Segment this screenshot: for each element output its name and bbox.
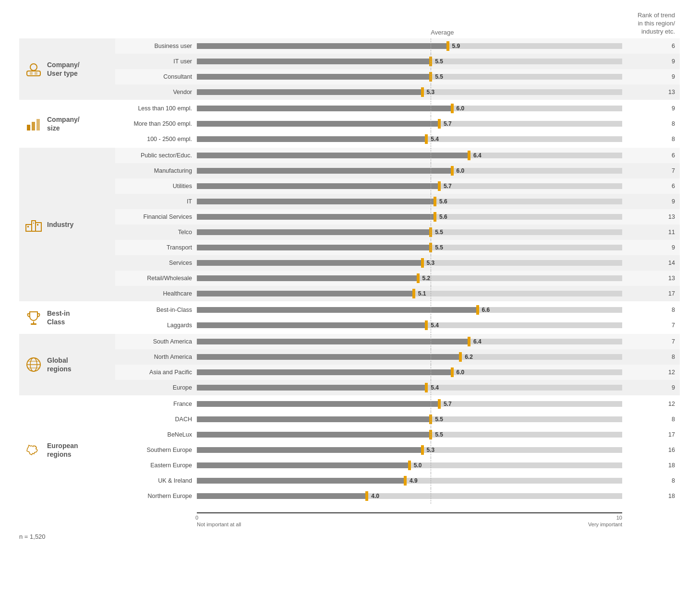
bar-area: 6.4 — [197, 148, 622, 163]
bar-value-marker — [451, 104, 454, 113]
avg-line — [431, 334, 431, 349]
row-label: Vendor — [115, 89, 197, 95]
bar-area: 5.7 — [197, 396, 622, 412]
row-label: Less than 100 empl. — [115, 105, 197, 112]
svg-rect-14 — [31, 323, 36, 325]
table-row: Best-in-Class6.68 — [115, 302, 680, 318]
row-label: DACH — [115, 416, 197, 423]
table-row: North America6.28 — [115, 349, 680, 365]
bar-area: 5.5 — [197, 69, 622, 84]
svg-rect-3 — [35, 72, 37, 75]
bar-area: 5.5 — [197, 54, 622, 69]
bar-value-label: 4.9 — [410, 477, 418, 484]
bar-area: 4.9 — [197, 473, 622, 488]
axis-not-important-label: Not important at all — [197, 521, 241, 527]
bar-area: 5.0 — [197, 458, 622, 473]
section-icon-label-best-in-class: Best-in Class — [19, 302, 115, 333]
avg-line — [431, 442, 431, 458]
table-row: Business user5.96 — [115, 38, 680, 54]
avg-line — [431, 412, 431, 427]
bar-area: 5.3 — [197, 84, 622, 100]
bar-fill-gray — [197, 369, 452, 375]
rows-container-company-size: Less than 100 empl.6.09More than 2500 em… — [115, 101, 680, 147]
rank-value: 6 — [622, 183, 680, 190]
rank-value: 7 — [622, 338, 680, 345]
table-row: Utilities5.76 — [115, 178, 680, 194]
bar-fill-gray — [197, 416, 431, 422]
bar-area: 5.3 — [197, 255, 622, 271]
table-row: Financial Services5.613 — [115, 209, 680, 225]
row-label: More than 2500 empl. — [115, 120, 197, 127]
bar-area: 5.2 — [197, 271, 622, 286]
bar-fill-gray — [197, 59, 431, 64]
bar-value-label: 6.0 — [456, 167, 464, 174]
bar-fill-gray — [197, 121, 439, 127]
bar-fill-gray — [197, 322, 426, 328]
bar-area: 5.5 — [197, 225, 622, 240]
row-label: IT — [115, 198, 197, 205]
bar-area: 6.0 — [197, 163, 622, 178]
table-row: Retail/Wholesale5.213 — [115, 271, 680, 286]
bar-area: 6.0 — [197, 365, 622, 380]
bar-value-label: 5.5 — [435, 416, 443, 423]
table-row: Public sector/Educ.6.46 — [115, 148, 680, 163]
bar-area: 5.4 — [197, 318, 622, 333]
row-label: Asia and Pacific — [115, 369, 197, 376]
bar-value-marker — [365, 491, 368, 501]
bar-value-label: 5.4 — [431, 136, 439, 142]
bar-fill-gray — [197, 354, 460, 360]
bar-fill-gray — [197, 229, 431, 235]
bar-area: 5.6 — [197, 194, 622, 209]
bar-value-label: 6.4 — [473, 152, 482, 159]
rank-value: 12 — [622, 369, 680, 376]
bar-area: 5.6 — [197, 209, 622, 225]
bar-fill-gray — [197, 199, 435, 204]
axis-row: 0 10 — [19, 506, 680, 521]
bar-value-marker — [417, 273, 420, 283]
bar-fill-gray — [197, 89, 422, 95]
rank-value: 9 — [622, 244, 680, 251]
section-label-european-regions: European regions — [47, 441, 78, 459]
svg-rect-9 — [36, 223, 41, 231]
avg-line — [431, 148, 431, 163]
bar-area: 5.5 — [197, 412, 622, 427]
avg-line — [431, 225, 431, 240]
bar-fill-gray — [197, 74, 431, 80]
section-label-company-user-type: Company/ User type — [47, 60, 80, 78]
table-row: Southern Europe5.316 — [115, 442, 680, 458]
bar-value-label: 5.1 — [418, 290, 426, 297]
n-label: n = 1,520 — [19, 533, 46, 540]
svg-rect-5 — [32, 122, 35, 130]
bar-value-label: 5.7 — [444, 183, 452, 190]
section-company-user-type: Company/ User typeBusiness user5.96IT us… — [19, 38, 680, 100]
header-labels: Average Rank of trend in this region/ in… — [19, 10, 680, 38]
svg-rect-12 — [37, 224, 38, 225]
rank-value: 8 — [622, 307, 680, 313]
rank-value: 17 — [622, 431, 680, 438]
avg-line — [431, 427, 431, 442]
bar-fill-gray — [197, 275, 418, 281]
rows-container-global-regions: South America6.47North America6.28Asia a… — [115, 334, 680, 395]
bar-value-marker — [425, 134, 428, 144]
svg-rect-2 — [30, 72, 33, 75]
user-icon — [24, 59, 43, 79]
bar-fill-gray — [197, 478, 405, 484]
bar-area: 5.7 — [197, 116, 622, 131]
bar-value-marker — [434, 197, 436, 206]
rank-value: 8 — [622, 120, 680, 127]
bar-value-marker — [408, 461, 411, 470]
bar-area: 5.4 — [197, 131, 622, 147]
avg-line — [431, 271, 431, 286]
row-label: IT user — [115, 58, 197, 65]
table-row: Northern Europe4.018 — [115, 488, 680, 504]
table-row: France5.712 — [115, 396, 680, 412]
avg-line — [431, 209, 431, 225]
bar-value-label: 5.5 — [435, 431, 443, 438]
bar-fill-gray — [197, 183, 439, 189]
section-icon-label-company-user-type: Company/ User type — [19, 38, 115, 100]
row-label: Consultant — [115, 73, 197, 80]
row-label: Eastern Europe — [115, 462, 197, 469]
bar-fill-gray — [197, 260, 422, 266]
trophy-icon — [24, 308, 43, 327]
bar-value-label: 5.7 — [444, 120, 452, 127]
